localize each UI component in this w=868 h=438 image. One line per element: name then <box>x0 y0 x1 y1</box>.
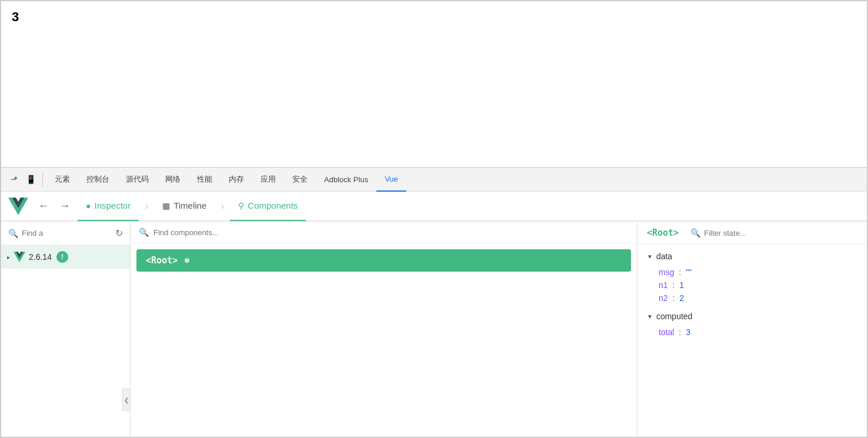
top-whitespace <box>1 33 867 167</box>
component-list: <Root> <box>131 243 637 438</box>
tab-divider <box>42 172 43 186</box>
search-icon: 🔍 <box>8 229 18 238</box>
devtools-tabbar: ⬏ 📱 元素 控制台 源代码 网络 性能 内存 应用 安全 Adblock Pl… <box>1 167 867 192</box>
vue-logo <box>8 196 28 216</box>
collapse-arrow-icon: ▼ <box>647 253 653 260</box>
page-number: 3 <box>1 1 867 33</box>
tab-sources[interactable]: 源代码 <box>118 167 157 192</box>
filter-search: 🔍 <box>690 228 803 238</box>
value-n1: 1 <box>679 280 684 290</box>
tab-vue[interactable]: Vue <box>376 167 406 192</box>
tab-separator2: › <box>221 200 224 212</box>
state-row-n2: n2 : 2 <box>647 292 857 305</box>
computed-section: ▼ computed total : 3 <box>647 312 857 339</box>
sidebar-search-bar: 🔍 ↻ <box>1 222 130 245</box>
component-search-bar: 🔍 <box>131 222 637 243</box>
state-row-msg: msg : "" <box>647 266 857 279</box>
chevron-icon: ▸ <box>7 254 10 260</box>
data-section-header[interactable]: ▼ data <box>647 252 857 261</box>
key-msg: msg <box>659 268 674 277</box>
components-icon: ⚲ <box>238 201 244 210</box>
component-name: <Root> <box>146 255 178 266</box>
root-component-item[interactable]: <Root> <box>136 249 631 272</box>
value-n2: 2 <box>679 293 684 303</box>
computed-section-header[interactable]: ▼ computed <box>647 312 857 321</box>
component-panel: 🔍 <Root> <box>131 222 637 438</box>
inspector-icon: ● <box>86 201 91 210</box>
state-tree: ▼ data msg : "" n1 : 1 n2 : 2 <box>637 245 867 438</box>
tab-separator: › <box>145 200 148 212</box>
collapse-sidebar-button[interactable]: ❮ <box>122 389 131 411</box>
tab-performance[interactable]: 性能 <box>189 167 221 192</box>
component-dot <box>185 258 189 263</box>
tab-timeline[interactable]: ▦ Timeline <box>154 192 215 221</box>
tab-memory[interactable]: 内存 <box>221 167 252 192</box>
tab-elements[interactable]: 元素 <box>46 167 78 192</box>
value-total: 3 <box>686 327 690 337</box>
data-section: ▼ data msg : "" n1 : 1 n2 : 2 <box>647 252 857 305</box>
search-icon: 🔍 <box>139 228 149 237</box>
filter-input[interactable] <box>704 229 803 238</box>
sidebar-search-input[interactable] <box>22 229 69 238</box>
timeline-icon: ▦ <box>162 201 170 210</box>
data-section-label: data <box>656 252 672 261</box>
warning-badge: ! <box>56 251 68 263</box>
tab-components[interactable]: ⚲ Components <box>230 192 306 221</box>
state-panel: <Root> 🔍 ▼ data msg : "" n1 <box>637 222 867 438</box>
state-row-total: total : 3 <box>647 326 857 339</box>
filter-search-icon: 🔍 <box>690 228 700 238</box>
component-search-input[interactable] <box>153 228 629 237</box>
vue-version-item[interactable]: ▸ 2.6.14 ! <box>1 245 130 269</box>
version-text: 2.6.14 <box>29 252 52 262</box>
tab-adblock[interactable]: Adblock Plus <box>316 167 376 192</box>
root-label: <Root> <box>647 228 679 238</box>
tab-application[interactable]: 应用 <box>252 167 284 192</box>
tab-network[interactable]: 网络 <box>157 167 189 192</box>
state-panel-header: <Root> 🔍 <box>637 222 867 245</box>
back-button[interactable]: ← <box>35 198 52 215</box>
tab-console[interactable]: 控制台 <box>78 167 118 192</box>
left-sidebar: 🔍 ↻ ▸ 2.6.14 ! ❮ <box>1 222 131 438</box>
cursor-icon-btn[interactable]: ⬏ <box>6 171 22 188</box>
computed-section-label: computed <box>656 312 692 321</box>
colon-n2: : <box>672 293 675 303</box>
colon-n1: : <box>672 280 675 290</box>
main-content: 🔍 ↻ ▸ 2.6.14 ! ❮ 🔍 <box>1 221 867 438</box>
collapse-arrow2-icon: ▼ <box>647 313 653 320</box>
forward-button[interactable]: → <box>56 198 73 215</box>
tab-security[interactable]: 安全 <box>284 167 316 192</box>
key-n2: n2 <box>659 293 668 303</box>
key-n1: n1 <box>659 280 668 290</box>
key-total: total <box>659 327 674 337</box>
vue-toolbar: ← → ● Inspector › ▦ Timeline › ⚲ Compone… <box>1 192 867 221</box>
colon-total: : <box>679 327 681 337</box>
colon-msg: : <box>679 268 681 277</box>
vue-mini-logo <box>14 251 25 263</box>
state-row-n1: n1 : 1 <box>647 279 857 292</box>
tab-inspector[interactable]: ● Inspector <box>78 192 139 221</box>
refresh-button[interactable]: ↻ <box>115 228 123 239</box>
value-msg: "" <box>686 268 692 277</box>
device-icon-btn[interactable]: 📱 <box>22 171 39 188</box>
